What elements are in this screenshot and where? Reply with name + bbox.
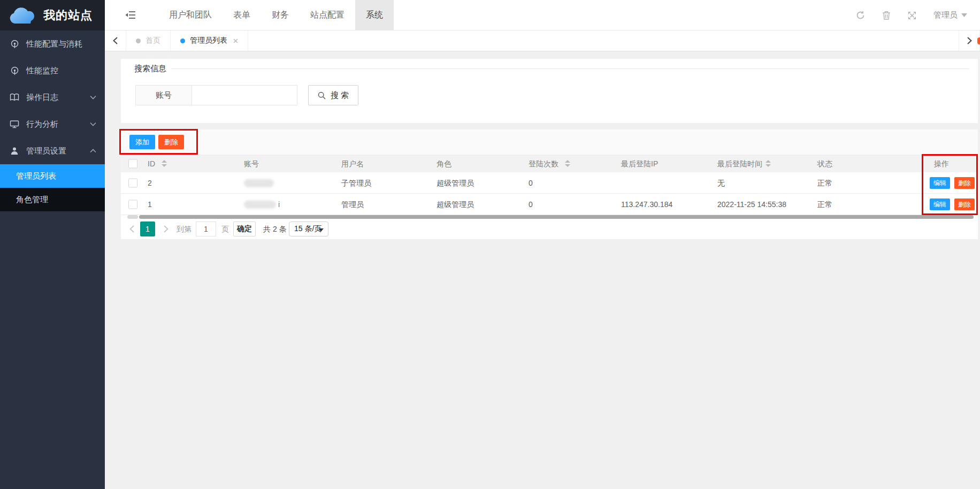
chevron-left-icon [113,37,118,44]
redacted-account-blob [244,179,274,187]
book-icon [10,93,19,102]
sidebar-item-performance-config[interactable]: 性能配置与消耗 [0,30,105,57]
cell-role: 超级管理员 [437,194,474,215]
account-field-label: 账号 [135,85,192,105]
row-edit-button[interactable]: 编辑 [930,198,950,210]
goto-page-suffix: 页 [221,219,229,239]
table-row: 2 子管理员 超级管理员 0 无 正常 编辑 删除 [121,172,978,194]
sidebar-item-performance-monitor[interactable]: 性能监控 [0,57,105,84]
admin-table-panel: 添加 删除 ID 账号 用户名 角色 登陆次数 最后登陆IP 最后登陆时间 状态… [121,129,978,239]
table-header-row: ID 账号 用户名 角色 登陆次数 最后登陆IP 最后登陆时间 状态 操作 [121,155,978,172]
gauge-icon [10,40,19,49]
goto-page-prefix: 到第 [177,219,192,239]
cell-username: 管理员 [341,194,364,215]
nav-item-users-teams[interactable]: 用户和团队 [158,0,223,30]
cell-last-ip: 113.247.30.184 [621,194,672,215]
cell-last-time: 2022-11-25 14:55:38 [717,194,786,215]
sidebar-subitem-admin-list[interactable]: 管理员列表 [0,164,105,188]
sidebar-item-label: 操作日志 [26,93,58,103]
row-delete-button[interactable]: 删除 [954,177,975,189]
tab-admin-list[interactable]: 管理员列表 [171,30,248,51]
table-toolbar: 添加 删除 [121,129,978,155]
user-menu[interactable]: 管理员 [933,10,967,20]
nav-item-system[interactable]: 系统 [355,0,394,30]
tab-status-dot [180,39,185,43]
sidebar-submenu: 管理员列表 角色管理 [0,164,105,211]
tabs-scroll-right-button[interactable] [959,30,980,51]
nav-item-finance[interactable]: 财务 [261,0,300,30]
row-checkbox[interactable] [128,178,137,187]
pagination-bar: 1 到第 页 确定 共 2 条 15 条/页 [121,219,978,239]
cell-username: 子管理员 [341,172,371,194]
sidebar: 我的站点 性能配置与消耗 性能监控 操作日志 [0,0,105,489]
row-edit-button[interactable]: 编辑 [930,177,950,189]
refresh-icon[interactable] [856,11,865,20]
page-next-icon[interactable] [164,225,169,233]
close-icon[interactable] [233,39,238,43]
sidebar-item-operation-logs[interactable]: 操作日志 [0,84,105,111]
sidebar-item-admin-settings[interactable]: 管理员设置 [0,137,105,164]
sidebar-item-label: 管理员设置 [26,146,66,156]
cell-status: 正常 [817,172,832,194]
account-input[interactable] [192,85,297,105]
row-checkbox[interactable] [128,200,137,209]
monitor-icon [10,120,19,128]
column-header-username: 用户名 [341,155,364,172]
account-field-group: 账号 [135,85,297,105]
row-delete-button[interactable]: 删除 [954,198,975,210]
goto-page-input[interactable] [196,221,216,236]
horizontal-scrollbar [121,215,978,219]
navbar-actions: 管理员 [856,0,967,30]
sidebar-item-behavior-analysis[interactable]: 行为分析 [0,111,105,137]
chevron-down-icon [90,95,96,100]
fullscreen-icon[interactable] [908,11,916,20]
nav-item-site-config[interactable]: 站点配置 [300,0,355,30]
delete-button[interactable]: 删除 [158,135,184,149]
page-prev-icon[interactable] [129,225,134,233]
column-header-status: 状态 [817,155,832,172]
column-header-actions: 操作 [934,155,949,172]
redacted-account-blob [244,201,276,209]
search-panel: 搜索信息 账号 搜 索 [121,59,978,123]
nav-item-forms[interactable]: 表单 [223,0,261,30]
sidebar-item-label: 性能监控 [26,66,58,76]
cell-login-count: 0 [529,172,533,194]
cell-last-time: 无 [717,172,725,194]
cell-role: 超级管理员 [437,172,474,194]
select-all-checkbox[interactable] [128,159,137,169]
search-icon [318,91,326,100]
trash-icon[interactable] [882,11,891,20]
chevron-down-icon [90,122,96,126]
tab-home[interactable]: 首页 [126,30,171,51]
column-header-last-ip: 最后登陆IP [621,155,658,172]
submenu-item-label: 角色管理 [16,195,48,205]
column-header-login-count[interactable]: 登陆次数 [529,155,558,172]
caret-down-icon [961,13,967,17]
app-title: 我的站点 [43,7,93,24]
sidebar-item-label: 性能配置与消耗 [26,39,82,49]
scrollbar-track-stub [127,215,138,219]
sort-icon[interactable] [162,160,167,167]
add-button[interactable]: 添加 [129,135,155,149]
page-size-select[interactable]: 15 条/页 [289,221,328,236]
cell-id: 2 [148,172,152,194]
clipped-edge-icon [977,37,980,44]
page-size-value: 15 条/页 [294,224,321,234]
column-header-id[interactable]: ID [148,155,155,172]
tabs-scroll-left-button[interactable] [105,30,126,51]
sidebar-toggle-icon[interactable] [125,10,136,20]
app-logo[interactable]: 我的站点 [0,0,105,30]
caret-down-icon [318,228,324,232]
current-page-button[interactable]: 1 [140,221,155,236]
chevron-right-icon [967,37,972,44]
sort-icon[interactable] [765,160,771,167]
search-button[interactable]: 搜 索 [308,85,358,105]
column-header-role: 角色 [437,155,451,172]
account-visible-text: i [278,194,280,215]
scrollbar-thumb[interactable] [139,215,974,219]
fieldset-border [129,68,969,69]
sidebar-subitem-role-management[interactable]: 角色管理 [0,188,105,211]
column-header-last-time[interactable]: 最后登陆时间 [717,155,762,172]
goto-confirm-button[interactable]: 确定 [233,221,256,236]
sort-icon[interactable] [565,160,570,167]
